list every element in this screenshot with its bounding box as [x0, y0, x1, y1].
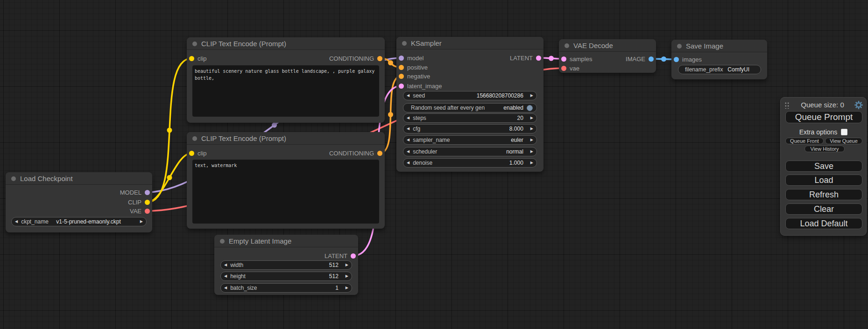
collapse-dot[interactable] — [11, 176, 16, 181]
node-title: Save Image — [686, 42, 723, 50]
node-ksampler[interactable]: KSampler model LATENT positive negative … — [396, 37, 543, 172]
conditioning-output-slot[interactable] — [377, 56, 382, 61]
node-empty-latent-image[interactable]: Empty Latent Image LATENT ◀ width 512 ▶ … — [214, 235, 358, 295]
prev-value-arrow[interactable]: ◀ — [12, 217, 21, 226]
height-widget[interactable]: ◀ height 512 ▶ — [220, 272, 352, 281]
increment-arrow[interactable]: ▶ — [527, 125, 536, 133]
load-default-button[interactable]: Load Default — [785, 218, 862, 229]
refresh-button[interactable]: Refresh — [785, 189, 862, 200]
extra-options-checkbox[interactable] — [841, 129, 847, 135]
increment-arrow[interactable]: ▶ — [342, 284, 352, 292]
negative-prompt-textarea[interactable]: text, watermark — [192, 160, 379, 224]
positive-input-slot[interactable] — [399, 65, 404, 70]
widget-value: 512 — [329, 273, 342, 280]
sampler-name-widget[interactable]: ◀ sampler_name euler ▶ — [403, 135, 537, 145]
node-title-bar[interactable]: CLIP Text Encode (Prompt) — [187, 37, 385, 50]
increment-arrow[interactable]: ▶ — [527, 159, 536, 167]
width-widget[interactable]: ◀ width 512 ▶ — [220, 260, 352, 270]
collapse-dot[interactable] — [565, 43, 569, 48]
clip-input-slot[interactable] — [189, 56, 194, 61]
decrement-arrow[interactable]: ◀ — [403, 114, 413, 122]
clip-input-slot[interactable] — [189, 151, 194, 156]
decrement-arrow[interactable]: ◀ — [403, 159, 413, 167]
node-vae-decode[interactable]: VAE Decode samples IMAGE vae — [559, 39, 656, 73]
latent-image-input-slot[interactable] — [399, 84, 404, 89]
decrement-arrow[interactable]: ◀ — [221, 272, 230, 280]
node-save-image[interactable]: Save Image images filename_prefix ComfyU… — [671, 40, 767, 79]
widget-name: scheduler — [413, 148, 437, 155]
queue-panel: Queue size: 0 Queue Prompt Extra options… — [780, 97, 867, 236]
model-output-slot[interactable] — [145, 190, 150, 195]
collapse-dot[interactable] — [677, 44, 682, 49]
cfg-widget[interactable]: ◀ cfg 8.000 ▶ — [403, 124, 537, 133]
samples-input-slot[interactable] — [561, 56, 566, 62]
prev-value-arrow[interactable]: ◀ — [403, 136, 413, 144]
save-button[interactable]: Save — [785, 161, 862, 172]
images-input-slot[interactable] — [674, 57, 679, 62]
input-label-clip: clip — [198, 55, 207, 62]
model-input-slot[interactable] — [399, 56, 404, 61]
seed-widget[interactable]: ◀ seed 156680208700286 ▶ — [403, 91, 537, 100]
prev-value-arrow[interactable]: ◀ — [403, 147, 413, 156]
queue-size-label: Queue size: 0 — [790, 101, 855, 109]
view-history-button[interactable]: View History — [804, 146, 845, 152]
node-title-bar[interactable]: VAE Decode — [559, 39, 656, 52]
clip-output-slot[interactable] — [145, 200, 150, 205]
filename-prefix-widget[interactable]: filename_prefix ComfyUI — [678, 65, 761, 74]
random-seed-toggle[interactable]: Random seed after every gen enabled — [403, 103, 537, 112]
increment-arrow[interactable]: ▶ — [527, 91, 536, 100]
node-title-bar[interactable]: KSampler — [396, 37, 543, 49]
next-value-arrow[interactable]: ▶ — [527, 136, 536, 144]
decrement-arrow[interactable]: ◀ — [221, 284, 230, 292]
collapse-dot[interactable] — [220, 239, 225, 244]
load-button[interactable]: Load — [785, 175, 862, 186]
decrement-arrow[interactable]: ◀ — [403, 91, 413, 100]
conditioning-output-slot[interactable] — [377, 151, 382, 156]
node-clip-text-encode-positive[interactable]: CLIP Text Encode (Prompt) clip CONDITION… — [187, 37, 385, 123]
widget-value: ComfyUI — [727, 66, 749, 73]
queue-front-button[interactable]: Queue Front — [785, 138, 824, 144]
decrement-arrow[interactable]: ◀ — [221, 261, 230, 269]
node-title-bar[interactable]: Empty Latent Image — [214, 235, 358, 247]
scheduler-widget[interactable]: ◀ scheduler normal ▶ — [403, 147, 537, 156]
latent-output-slot[interactable] — [536, 56, 541, 61]
extra-options-row: Extra options — [781, 128, 866, 136]
settings-gear-icon[interactable] — [854, 100, 863, 110]
latent-output-slot[interactable] — [351, 253, 356, 259]
node-title-bar[interactable]: Save Image — [671, 40, 767, 52]
slot-row-latent-image: latent_image — [396, 81, 543, 91]
widget-value: v1-5-pruned-emaonly.ckpt — [56, 218, 121, 225]
denoise-widget[interactable]: ◀ denoise 1.000 ▶ — [403, 158, 537, 168]
increment-arrow[interactable]: ▶ — [342, 261, 352, 269]
collapse-dot[interactable] — [402, 41, 407, 46]
extra-options-label: Extra options — [799, 128, 838, 136]
toggle-enabled-indicator[interactable] — [527, 105, 533, 111]
batch-size-widget[interactable]: ◀ batch_size 1 ▶ — [220, 283, 352, 293]
clear-button[interactable]: Clear — [785, 203, 862, 215]
output-label-latent: LATENT — [325, 252, 347, 259]
ckpt-name-widget[interactable]: ◀ ckpt_name v1-5-pruned-emaonly.ckpt ▶ — [11, 217, 147, 226]
vae-input-slot[interactable] — [561, 66, 566, 71]
collapse-dot[interactable] — [192, 42, 197, 46]
steps-widget[interactable]: ◀ steps 20 ▶ — [403, 113, 537, 123]
collapse-dot[interactable] — [192, 136, 197, 141]
node-clip-text-encode-negative[interactable]: CLIP Text Encode (Prompt) clip CONDITION… — [187, 132, 385, 229]
widget-value: 8.000 — [509, 126, 527, 132]
next-value-arrow[interactable]: ▶ — [527, 147, 536, 156]
increment-arrow[interactable]: ▶ — [527, 114, 536, 122]
image-output-slot[interactable] — [649, 56, 654, 62]
view-queue-button[interactable]: View Queue — [825, 138, 862, 144]
positive-prompt-textarea[interactable]: beautiful scenery nature glass bottle la… — [192, 65, 379, 117]
widget-value: 512 — [329, 262, 342, 268]
negative-input-slot[interactable] — [399, 74, 404, 79]
increment-arrow[interactable]: ▶ — [342, 272, 352, 280]
next-value-arrow[interactable]: ▶ — [137, 217, 146, 226]
output-label-clip: CLIP — [128, 199, 141, 206]
node-title-bar[interactable]: Load Checkpoint — [6, 172, 152, 185]
panel-drag-handle[interactable] — [784, 101, 789, 109]
vae-output-slot[interactable] — [145, 209, 150, 214]
node-title-bar[interactable]: CLIP Text Encode (Prompt) — [187, 132, 385, 145]
decrement-arrow[interactable]: ◀ — [403, 125, 413, 133]
queue-prompt-button[interactable]: Queue Prompt — [785, 111, 862, 123]
node-load-checkpoint[interactable]: Load Checkpoint MODEL CLIP VAE ◀ ckpt_na… — [6, 172, 152, 232]
